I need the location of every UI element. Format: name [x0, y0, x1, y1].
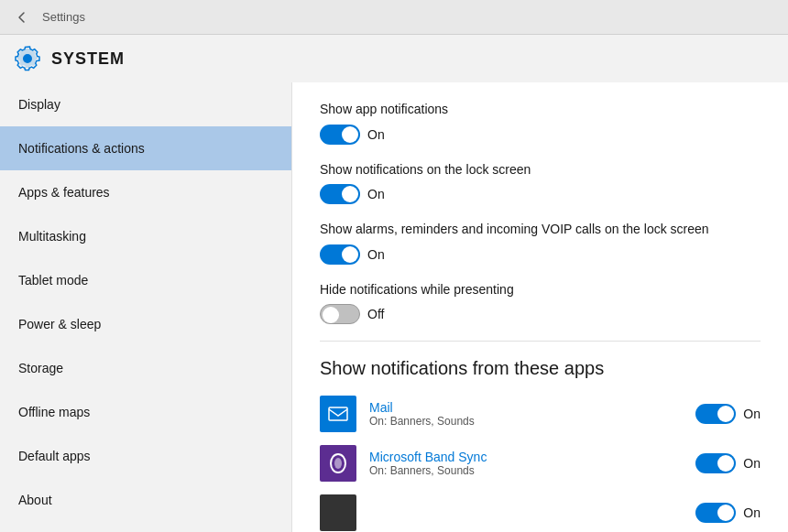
svg-point-0 [24, 55, 31, 62]
band-icon [327, 452, 349, 474]
sidebar-item-display[interactable]: Display [0, 82, 291, 126]
toggle-show-app-notifications[interactable] [320, 125, 360, 145]
app-item-other: On [320, 494, 761, 531]
toggle-state-show-app: On [367, 127, 385, 142]
sidebar-item-storage[interactable]: Storage [0, 346, 291, 390]
setting-hide-presenting: Hide notifications while presenting Off [320, 281, 761, 325]
band-app-sub: On: Banners, Sounds [369, 464, 683, 477]
band-app-name[interactable]: Microsoft Band Sync [369, 450, 683, 464]
content-area: Show app notifications On Show notificat… [291, 82, 788, 532]
mail-app-name[interactable]: Mail [369, 400, 683, 415]
setting-label-show-app: Show app notifications [320, 101, 761, 119]
setting-label-hide: Hide notifications while presenting [320, 281, 761, 299]
system-header: SYSTEM [0, 35, 788, 82]
setting-alarms-notifications: Show alarms, reminders and incoming VOIP… [320, 221, 761, 265]
mail-app-icon [320, 396, 356, 432]
section-divider [320, 341, 761, 342]
main-layout: Display Notifications & actions Apps & f… [0, 82, 788, 532]
toggle-thumb [717, 505, 734, 521]
band-app-icon [320, 445, 356, 482]
mail-app-details: Mail On: Banners, Sounds [369, 400, 683, 428]
svg-point-3 [334, 458, 342, 469]
back-button[interactable] [11, 6, 33, 28]
toggle-thumb [342, 186, 358, 202]
sidebar-item-tablet[interactable]: Tablet mode [0, 258, 291, 302]
toggle-lock-screen[interactable] [320, 184, 360, 204]
sidebar-item-notifications[interactable]: Notifications & actions [0, 126, 291, 170]
sidebar-item-default[interactable]: Default apps [0, 434, 291, 478]
toggle-state-alarms: On [367, 247, 385, 262]
apps-section-heading: Show notifications from these apps [320, 358, 761, 379]
setting-lock-screen-notifications: Show notifications on the lock screen On [320, 161, 761, 205]
sidebar-item-multitasking[interactable]: Multitasking [0, 214, 291, 258]
svg-rect-1 [329, 407, 347, 420]
setting-label-alarms: Show alarms, reminders and incoming VOIP… [320, 221, 761, 239]
toggle-thumb [342, 126, 358, 143]
toggle-state-mail: On [743, 407, 761, 421]
sidebar: Display Notifications & actions Apps & f… [0, 82, 291, 532]
setting-show-app-notifications: Show app notifications On [320, 101, 761, 145]
toggle-mail[interactable] [695, 404, 736, 424]
toggle-hide-presenting[interactable] [320, 304, 360, 324]
title-bar-label: Settings [42, 10, 85, 24]
setting-label-lock: Show notifications on the lock screen [320, 161, 761, 179]
sidebar-item-power[interactable]: Power & sleep [0, 302, 291, 346]
toggle-thumb [717, 406, 734, 422]
toggle-state-other: On [743, 505, 761, 520]
sidebar-item-offline[interactable]: Offline maps [0, 390, 291, 434]
mail-icon [327, 403, 349, 425]
app-item-mail: Mail On: Banners, Sounds On [320, 396, 761, 432]
mail-app-sub: On: Banners, Sounds [369, 415, 683, 428]
toggle-alarms[interactable] [320, 244, 360, 265]
band-app-details: Microsoft Band Sync On: Banners, Sounds [369, 450, 683, 477]
toggle-state-hide: Off [367, 307, 384, 321]
sidebar-item-about[interactable]: About [0, 478, 291, 522]
toggle-thumb [323, 307, 339, 323]
sidebar-item-apps[interactable]: Apps & features [0, 170, 291, 214]
toggle-band[interactable] [695, 453, 736, 473]
other-app-icon [320, 494, 356, 531]
app-item-band: Microsoft Band Sync On: Banners, Sounds … [320, 445, 761, 482]
toggle-state-lock: On [367, 187, 385, 201]
toggle-thumb [717, 455, 734, 472]
toggle-thumb [342, 246, 358, 263]
gear-icon [15, 46, 40, 71]
title-bar: Settings [0, 0, 788, 35]
toggle-other[interactable] [695, 503, 736, 523]
toggle-state-band: On [743, 456, 761, 471]
system-title: SYSTEM [51, 49, 125, 69]
